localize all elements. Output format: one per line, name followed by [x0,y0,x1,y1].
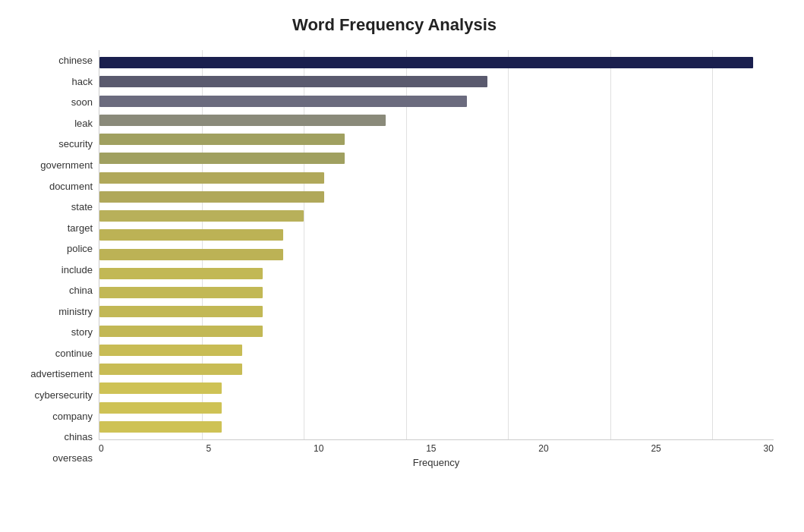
bar [99,268,263,279]
y-label: advertisement [30,369,93,379]
x-tick: 10 [314,443,323,454]
bar-row [99,379,774,398]
y-label: security [58,139,93,149]
y-label: cybersecurity [34,390,93,400]
bar-row [99,245,774,264]
bar [99,326,263,337]
y-label: chinas [64,432,93,442]
bar-row [99,187,774,206]
y-label: document [49,181,93,191]
bars-and-x: 051015202530 Frequency [99,50,774,468]
y-label: leak [74,118,93,128]
y-label: story [71,327,93,337]
y-label: continue [55,348,93,358]
y-label: ministry [58,307,93,316]
bar-row [99,111,774,130]
x-tick: 0 [99,443,104,454]
bars-area [99,50,774,440]
x-tick: 25 [651,443,661,454]
bar-row [99,417,774,436]
bar [99,345,242,356]
bar [99,364,242,375]
bar-row [99,53,774,72]
bar [99,57,753,68]
y-label: chinese [58,55,93,65]
y-label: state [71,202,93,212]
bar [99,172,324,184]
bars-wrapper [99,50,774,439]
chart-container: Word Frequency Analysis chinesehacksoonl… [0,0,804,532]
bar [99,402,222,414]
bar-row [99,130,774,149]
bar [99,249,283,260]
bar [99,153,345,164]
bar-row [99,168,774,187]
bar [99,134,345,145]
y-label: hack [72,77,93,87]
bar-row [99,264,774,283]
bar-row [99,341,774,360]
bar [99,76,487,87]
bar-row [99,72,774,91]
bar [99,306,263,317]
x-tick: 15 [426,443,436,454]
y-label: government [40,160,93,170]
x-tick: 30 [764,443,774,454]
bar-row [99,302,774,321]
x-axis: 051015202530 [99,440,774,454]
bar-row [99,398,774,417]
bar [99,210,304,222]
y-label: target [68,223,93,233]
x-axis-label: Frequency [99,457,774,468]
bar-row [99,149,774,168]
y-label: include [61,265,93,275]
bar [99,287,263,298]
bar-row [99,283,774,302]
bar-row [99,225,774,244]
bar [99,96,467,107]
y-label: company [52,411,93,421]
x-tick: 5 [206,443,211,454]
y-label: soon [71,97,93,107]
y-axis: chinesehacksoonleaksecuritygovernmentdoc… [15,50,99,468]
bar [99,229,283,241]
x-tick: 20 [538,443,548,454]
y-label: china [69,285,93,295]
bar-row [99,322,774,341]
bar [99,191,324,203]
bar [99,421,222,433]
bar-row [99,92,774,111]
y-label: overseas [52,453,93,463]
bar [99,115,386,126]
y-label: police [67,244,93,253]
chart-area: chinesehacksoonleaksecuritygovernmentdoc… [15,50,774,468]
chart-title: Word Frequency Analysis [15,15,774,35]
bar [99,382,222,394]
bar-row [99,360,774,379]
bar-row [99,206,774,225]
